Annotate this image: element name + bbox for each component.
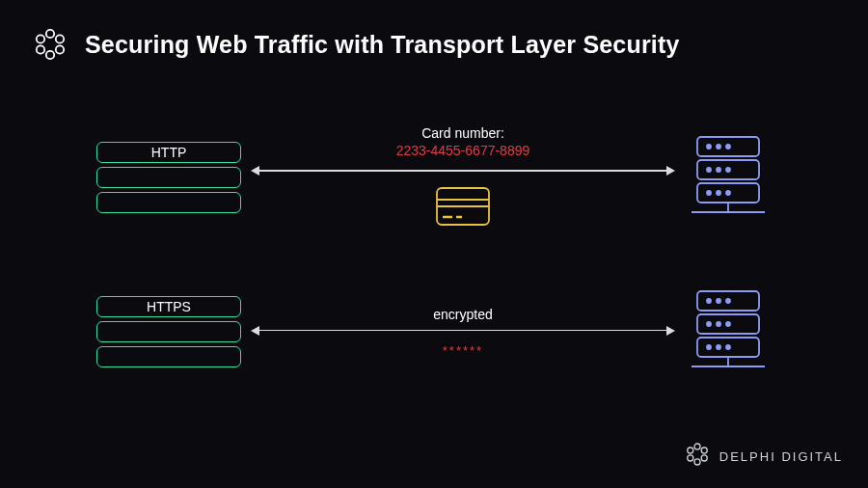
footer-brand-text: DELPHI DIGITAL [719, 449, 843, 464]
svg-point-20 [707, 191, 711, 195]
protocol-label: HTTPS [96, 296, 241, 317]
svg-point-17 [707, 168, 711, 172]
footer-brand: DELPHI DIGITAL [685, 442, 843, 471]
svg-point-28 [707, 299, 711, 303]
svg-point-5 [37, 35, 44, 42]
protocol-label: HTTP [96, 142, 241, 163]
svg-point-44 [688, 447, 693, 453]
brand-logo-icon [33, 27, 68, 62]
svg-point-4 [37, 45, 44, 53]
svg-point-22 [726, 191, 730, 195]
svg-point-3 [46, 51, 54, 59]
card-number-value: 2233-4455-6677-8899 [396, 143, 530, 158]
svg-point-33 [726, 322, 730, 326]
header: Securing Web Traffic with Transport Laye… [0, 0, 868, 62]
svg-point-14 [707, 145, 711, 149]
svg-point-19 [726, 168, 730, 172]
server-icon [685, 133, 772, 222]
svg-point-40 [701, 447, 707, 453]
svg-point-0 [46, 30, 54, 38]
svg-point-35 [717, 345, 720, 349]
protocol-layer [96, 321, 241, 342]
svg-point-41 [701, 455, 707, 461]
http-middle: Card number: 2233-4455-6677-8899 [241, 125, 685, 230]
protocol-layer [96, 167, 241, 188]
svg-point-15 [717, 145, 720, 149]
svg-point-42 [694, 459, 700, 465]
svg-point-29 [717, 299, 720, 303]
diagram-area: HTTP Card number: 2233-4455-6677-8899 [0, 120, 868, 390]
brand-logo-icon [685, 442, 710, 471]
credit-card-icon [436, 187, 490, 230]
https-protocol-stack: HTTPS [96, 296, 241, 367]
https-middle: encrypted ****** [241, 307, 685, 358]
server-icon [685, 287, 772, 376]
caption-label: Card number: [421, 125, 504, 141]
http-protocol-stack: HTTP [96, 142, 241, 213]
svg-point-18 [717, 168, 720, 172]
https-row: HTTPS encrypted ****** [96, 274, 772, 390]
svg-point-21 [717, 191, 720, 195]
double-arrow-icon [251, 164, 675, 177]
svg-point-36 [726, 345, 730, 349]
page-title: Securing Web Traffic with Transport Laye… [85, 31, 680, 59]
http-row: HTTP Card number: 2233-4455-6677-8899 [96, 120, 772, 235]
protocol-layer [96, 346, 241, 367]
caption-label: encrypted [433, 307, 492, 322]
svg-point-31 [707, 322, 711, 326]
svg-point-30 [726, 299, 730, 303]
masked-value: ****** [443, 343, 483, 358]
svg-point-43 [688, 455, 693, 461]
svg-point-32 [717, 322, 720, 326]
svg-point-34 [707, 345, 711, 349]
protocol-layer [96, 192, 241, 213]
svg-point-2 [56, 45, 64, 53]
svg-point-1 [56, 35, 64, 42]
svg-point-39 [694, 444, 700, 449]
double-arrow-icon [251, 324, 675, 338]
svg-point-16 [726, 145, 730, 149]
